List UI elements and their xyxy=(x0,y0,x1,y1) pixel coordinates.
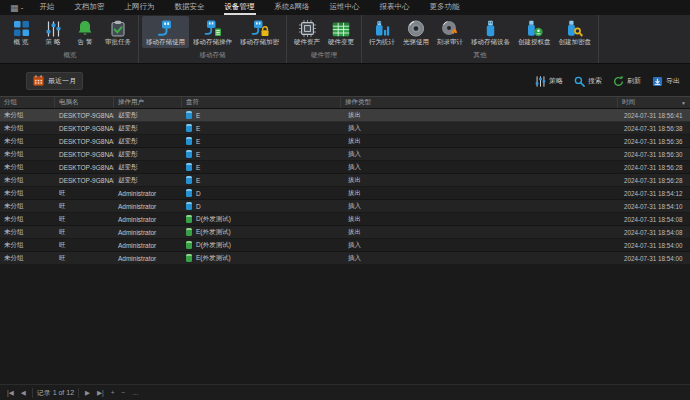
table-row[interactable]: 未分组DESKTOP-9G8NA80赵雯彤E插入2024-07-31 18:56… xyxy=(0,161,690,174)
policy-button[interactable]: 策略 xyxy=(535,76,563,87)
sliders-small-icon xyxy=(535,76,546,87)
first-record-button[interactable]: |◀ xyxy=(6,389,15,397)
column-header-label: 分组 xyxy=(4,98,17,107)
ribbon-button-grid[interactable]: 概 览 xyxy=(5,16,37,48)
column-header-2[interactable]: 电脑名 xyxy=(55,97,114,108)
cell-time: 2024-07-31 18:56:28 xyxy=(618,164,690,171)
cell-action: 拔出 xyxy=(341,189,618,198)
table-row[interactable]: 未分组DESKTOP-9G8NA80赵雯彤E插入2024-07-31 18:56… xyxy=(0,148,690,161)
menu-item-5-active[interactable]: 设备管理 xyxy=(224,0,256,15)
column-header-4[interactable]: 盘符 xyxy=(182,97,341,108)
usb-key-icon xyxy=(566,18,583,37)
menu-item-2[interactable]: 文档加密 xyxy=(74,0,106,15)
table-row[interactable]: 未分组旺AdministratorE(外发测试)插入2024-07-31 18:… xyxy=(0,252,690,265)
table-row[interactable]: 未分组旺AdministratorD(外发测试)拔出2024-07-31 18:… xyxy=(0,213,690,226)
cell-user: Administrator xyxy=(114,190,182,197)
ribbon-button-sliders[interactable]: 策 略 xyxy=(37,16,69,48)
ribbon-button-usb-stick[interactable]: 移动存储设备 xyxy=(467,16,514,48)
delete-record-button[interactable]: − xyxy=(121,389,127,397)
ribbon-button-disc-burn[interactable]: 刻录审计 xyxy=(433,16,467,48)
last-record-button[interactable]: ▶| xyxy=(96,389,105,397)
table-row[interactable]: 未分组DESKTOP-9G8NA80赵雯彤E拔出2024-07-31 18:56… xyxy=(0,174,690,187)
cell-group: 未分组 xyxy=(0,124,55,133)
ribbon-button-usb-lock[interactable]: 移动存储加密 xyxy=(236,16,283,48)
column-header-3[interactable]: 操作用户 xyxy=(114,97,182,108)
table-body: 未分组DESKTOP-9G8NA80赵雯彤E拔出2024-07-31 18:56… xyxy=(0,109,690,265)
ribbon-button-label: 概 览 xyxy=(14,38,29,47)
table-row[interactable]: 未分组DESKTOP-9G8NA80赵雯彤E拔出2024-07-31 18:56… xyxy=(0,135,690,148)
usb-stick-icon xyxy=(484,18,497,37)
drive-letter: E xyxy=(196,125,200,132)
usb-lock-icon xyxy=(250,18,269,37)
column-header-1[interactable]: 分组 xyxy=(0,97,55,108)
disc-icon xyxy=(407,18,425,37)
append-record-button[interactable]: + xyxy=(110,389,116,397)
cell-drive: E(外发测试) xyxy=(182,254,341,263)
next-record-button[interactable]: ▶ xyxy=(84,389,91,397)
menu-item-1[interactable]: 开始 xyxy=(39,0,56,15)
menu-item-3[interactable]: 上网行为 xyxy=(124,0,156,15)
cell-action: 插入 xyxy=(341,124,618,133)
refresh-button[interactable]: 刷新 xyxy=(613,76,641,87)
cell-computer: DESKTOP-9G8NA80 xyxy=(55,125,114,132)
ribbon-button-usb-auth[interactable]: 创建授权盘 xyxy=(514,16,555,48)
column-header-6[interactable]: 时间▼ xyxy=(618,97,690,108)
cell-time: 2024-07-31 18:54:00 xyxy=(618,242,690,249)
app-menu-button[interactable]: ▦- xyxy=(4,0,30,15)
cell-time: 2024-07-31 18:54:00 xyxy=(618,255,690,262)
menu-item-9[interactable]: 更多功能 xyxy=(429,0,461,15)
ribbon-button-usb-plug[interactable]: 移动存储使用 xyxy=(142,16,189,48)
cell-drive: E xyxy=(182,111,341,119)
ribbon-button-label: 移动存储设备 xyxy=(471,38,510,47)
ribbon-button-usb-key[interactable]: 创建加密盘 xyxy=(555,16,596,48)
date-range-filter-button[interactable]: 最近一月 xyxy=(26,72,83,90)
search-button[interactable]: 搜索 xyxy=(574,76,602,87)
cell-computer: DESKTOP-9G8NA80 xyxy=(55,177,114,184)
sort-descending-icon: ▼ xyxy=(681,100,686,106)
table-row[interactable]: 未分组旺AdministratorD拔出2024-07-31 18:54:12 xyxy=(0,187,690,200)
column-header-5[interactable]: 操作类型 xyxy=(341,97,618,108)
table-row[interactable]: 未分组旺AdministratorD插入2024-07-31 18:54:10 xyxy=(0,200,690,213)
prev-record-button[interactable]: ◀ xyxy=(20,389,27,397)
cell-group: 未分组 xyxy=(0,228,55,237)
more-records-button[interactable]: … xyxy=(131,389,140,397)
cell-group: 未分组 xyxy=(0,111,55,120)
ribbon-button-table-green[interactable]: 硬件变更 xyxy=(324,16,358,48)
drive-letter: D xyxy=(196,190,201,197)
ribbon-button-usb-plug-operate[interactable]: 移动存储操作 xyxy=(189,16,236,48)
table-green-icon xyxy=(332,18,350,37)
cell-time: 2024-07-31 18:54:08 xyxy=(618,229,690,236)
ribbon-button-label: 硬件变更 xyxy=(328,38,354,47)
cell-drive: E xyxy=(182,163,341,171)
menu-item-7[interactable]: 运维中心 xyxy=(329,0,361,15)
ribbon-button-clipboard-check[interactable]: 审批任务 xyxy=(101,16,135,48)
cell-group: 未分组 xyxy=(0,163,55,172)
usb-plug-operate-icon xyxy=(203,18,222,37)
policy-label: 策略 xyxy=(549,76,563,86)
drive-letter: E xyxy=(196,151,200,158)
cell-time: 2024-07-31 18:56:30 xyxy=(618,151,690,158)
ribbon-button-label: 告 警 xyxy=(78,38,93,47)
ribbon-button-chip[interactable]: 硬件资产 xyxy=(290,16,324,48)
ribbon: 概 览策 略告 警审批任务概览移动存储使用移动存储操作移动存储加密移动存储硬件资… xyxy=(0,15,690,64)
export-button[interactable]: 导出 xyxy=(652,76,680,87)
cell-drive: D xyxy=(182,202,341,210)
menu-item-6[interactable]: 系统&网络 xyxy=(274,0,311,15)
cell-user: 赵雯彤 xyxy=(114,150,182,159)
app-menu-dash: - xyxy=(21,3,24,13)
cell-computer: DESKTOP-9G8NA80 xyxy=(55,164,114,171)
statusbar-nav-right: ▶▶|+−… xyxy=(84,389,140,397)
ribbon-button-disc[interactable]: 光驱使用 xyxy=(399,16,433,48)
table-row[interactable]: 未分组DESKTOP-9G8NA80赵雯彤E插入2024-07-31 18:56… xyxy=(0,122,690,135)
ribbon-button-bell[interactable]: 告 警 xyxy=(69,16,101,48)
table-row[interactable]: 未分组旺AdministratorD(外发测试)插入2024-07-31 18:… xyxy=(0,239,690,252)
table-row[interactable]: 未分组旺AdministratorE(外发测试)拔出2024-07-31 18:… xyxy=(0,226,690,239)
cell-user: Administrator xyxy=(114,242,182,249)
table-row[interactable]: 未分组DESKTOP-9G8NA80赵雯彤E拔出2024-07-31 18:56… xyxy=(0,109,690,122)
refresh-icon xyxy=(613,76,624,87)
drive-letter: E xyxy=(196,112,200,119)
menu-item-4[interactable]: 数据安全 xyxy=(174,0,206,15)
menu-item-8[interactable]: 报表中心 xyxy=(379,0,411,15)
ribbon-button-usb-chart[interactable]: 行为统计 xyxy=(365,16,399,48)
cell-drive: E xyxy=(182,176,341,184)
